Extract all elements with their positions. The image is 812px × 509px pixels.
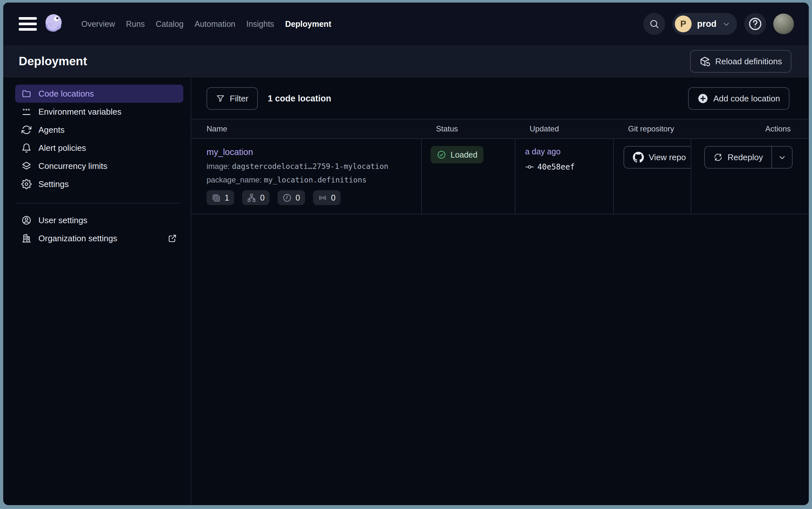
search-button[interactable]	[643, 13, 665, 35]
redeploy-refresh-icon	[713, 152, 723, 162]
assets-icon	[211, 193, 221, 203]
user-avatar[interactable]	[773, 13, 794, 34]
sidebar-item-alert-policies[interactable]: Alert policies	[15, 139, 183, 157]
add-code-location-label: Add code location	[713, 94, 780, 104]
sensors-count-chip: 0	[313, 190, 340, 205]
status-cell: Loaded	[422, 139, 515, 214]
layers-icon	[21, 161, 32, 171]
assets-count-chip: 1	[207, 190, 234, 205]
name-cell: my_location image: dagstercodelocati…275…	[191, 139, 422, 214]
bell-icon	[21, 143, 32, 153]
sidebar-item-environment-variables[interactable]: *** Environment variables	[15, 103, 183, 121]
github-icon	[633, 152, 644, 163]
primary-nav: Overview Runs Catalog Automation Insight…	[81, 20, 331, 29]
reload-definitions-button[interactable]: Reload definitions	[690, 50, 791, 73]
filter-label: Filter	[230, 94, 249, 104]
nav-automation[interactable]: Automation	[195, 20, 235, 29]
gear-icon	[21, 179, 32, 189]
question-circle-icon	[748, 16, 763, 31]
package-value: my_location.definitions	[264, 176, 367, 184]
code-locations-panel: Filter 1 code location Add code location…	[191, 77, 809, 505]
sidebar-item-concurrency-limits[interactable]: Concurrency limits	[15, 157, 183, 175]
schedules-count: 0	[296, 193, 300, 203]
masked-secrets-icon: ***	[21, 107, 32, 117]
top-nav: Overview Runs Catalog Automation Insight…	[3, 3, 809, 45]
definition-count-chips: 1 0	[207, 190, 415, 205]
jobs-count: 0	[260, 193, 265, 203]
building-icon	[21, 233, 32, 243]
reload-definitions-icon	[699, 56, 710, 67]
add-code-location-button[interactable]: Add code location	[688, 87, 789, 110]
sidebar-divider	[16, 203, 181, 203]
column-header-git-repository: Git repository	[614, 124, 691, 133]
redeploy-split-button: Redeploy	[704, 146, 792, 169]
nav-overview[interactable]: Overview	[81, 20, 115, 29]
git-repository-cell: View repo	[614, 139, 691, 214]
filter-icon	[216, 94, 225, 103]
check-circle-icon	[437, 150, 446, 160]
status-badge: Loaded	[431, 146, 483, 163]
commit-icon	[525, 163, 534, 171]
sidebar-item-code-locations[interactable]: Code locations	[15, 84, 183, 103]
top-nav-right: P prod	[643, 13, 794, 35]
app-window: Overview Runs Catalog Automation Insight…	[3, 3, 809, 505]
svg-text:***: ***	[23, 107, 30, 114]
deployment-sidebar: Code locations *** Environment variables…	[3, 77, 191, 505]
dagster-logo[interactable]	[43, 12, 66, 36]
chevron-down-icon	[778, 153, 786, 162]
image-value: dagstercodelocati…2759-1-mylocation	[232, 162, 389, 171]
sidebar-item-user-settings[interactable]: User settings	[15, 211, 183, 229]
nav-deployment[interactable]: Deployment	[285, 20, 331, 29]
filter-button[interactable]: Filter	[207, 87, 258, 110]
sidebar-item-label: Concurrency limits	[38, 161, 108, 171]
deployment-initial-badge: P	[675, 15, 692, 32]
commit-hash: 40e58eef	[538, 163, 575, 171]
user-circle-icon	[21, 215, 32, 226]
code-location-count: 1 code location	[268, 94, 331, 104]
image-label: image:	[207, 162, 230, 171]
table-row: my_location image: dagstercodelocati…275…	[191, 139, 809, 214]
menu-icon[interactable]	[19, 17, 37, 31]
jobs-count-chip: 0	[242, 190, 269, 205]
actions-cell: Redeploy	[691, 139, 809, 214]
code-location-link[interactable]: my_location	[207, 147, 253, 157]
image-line: image: dagstercodelocati…2759-1-mylocati…	[207, 162, 415, 171]
column-header-name: Name	[191, 124, 422, 133]
deployment-switcher[interactable]: P prod	[672, 13, 737, 35]
search-icon	[649, 19, 659, 29]
redeploy-button[interactable]: Redeploy	[705, 147, 771, 168]
sensors-count: 0	[331, 193, 336, 203]
sidebar-item-label: Environment variables	[38, 107, 121, 117]
nav-runs[interactable]: Runs	[126, 20, 145, 29]
nav-insights[interactable]: Insights	[246, 20, 274, 29]
job-tree-icon	[247, 193, 256, 203]
updated-time-link[interactable]: a day ago	[525, 147, 561, 156]
sidebar-item-label: Settings	[38, 179, 69, 189]
redeploy-label: Redeploy	[728, 152, 763, 163]
page-header: Deployment Reload definitions	[3, 45, 809, 77]
nav-catalog[interactable]: Catalog	[156, 20, 184, 29]
sidebar-item-organization-settings[interactable]: Organization settings	[15, 229, 183, 247]
sensor-broadcast-icon	[318, 193, 327, 203]
deployment-name: prod	[697, 19, 716, 29]
sidebar-item-settings[interactable]: Settings	[15, 175, 183, 193]
chevron-down-icon	[722, 20, 731, 28]
redeploy-more-button[interactable]	[772, 147, 792, 168]
column-header-updated: Updated	[515, 124, 614, 133]
assets-count: 1	[225, 193, 229, 203]
clock-icon	[283, 193, 292, 203]
sidebar-item-agents[interactable]: Agents	[15, 121, 183, 139]
package-line: package_name: my_location.definitions	[207, 175, 415, 184]
toolbar: Filter 1 code location Add code location	[207, 87, 789, 110]
package-label: package_name:	[207, 175, 262, 184]
sidebar-item-label: Alert policies	[38, 143, 86, 153]
view-repo-button[interactable]: View repo	[624, 146, 691, 169]
updated-cell: a day ago 40e58eef	[515, 139, 614, 214]
page-title: Deployment	[19, 55, 87, 68]
help-button[interactable]	[744, 13, 766, 35]
folder-icon	[21, 89, 32, 99]
view-repo-label: View repo	[649, 152, 686, 163]
table-header: Name Status Updated Git repository Actio…	[191, 119, 809, 139]
status-label: Loaded	[450, 150, 477, 160]
sidebar-item-label: User settings	[38, 215, 87, 226]
